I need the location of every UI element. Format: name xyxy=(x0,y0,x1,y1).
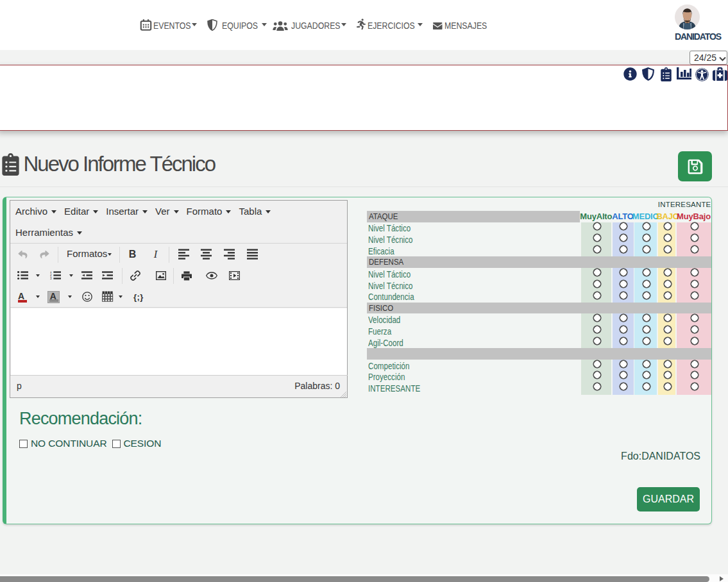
svg-text:3: 3 xyxy=(50,277,52,280)
